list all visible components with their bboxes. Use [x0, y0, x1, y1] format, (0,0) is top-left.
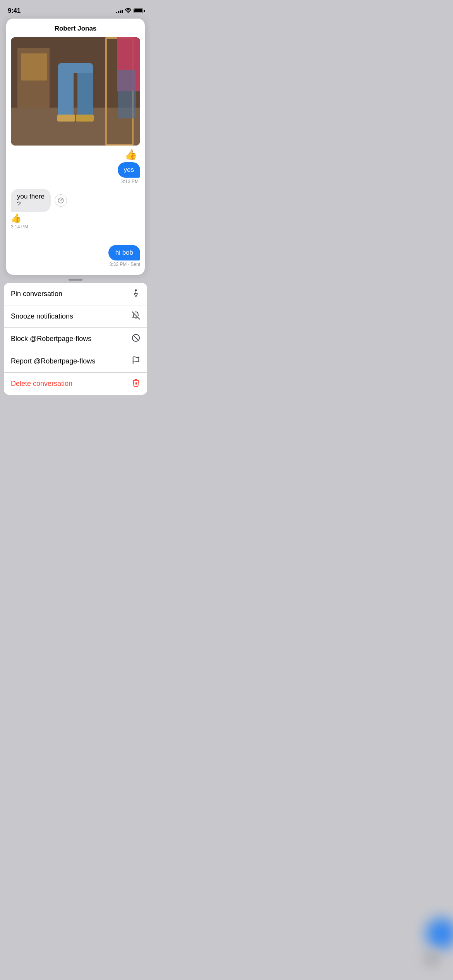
contact-name: Robert Jonas: [55, 25, 97, 32]
chat-header: Robert Jonas: [6, 19, 145, 37]
add-reaction-button[interactable]: [55, 194, 67, 207]
signal-icon: [116, 9, 123, 13]
delete-icon: [132, 379, 140, 389]
report-icon: [132, 356, 140, 367]
bubble-hibob[interactable]: hi bob: [108, 245, 140, 260]
wifi-icon: [125, 8, 131, 14]
message-received-youthere: you there ? 👍 3:14 PM: [11, 189, 140, 230]
status-icons: [116, 8, 143, 14]
menu-label-block: Block @Robertpage-flows: [11, 335, 91, 343]
menu-item-report[interactable]: Report @Robertpage-flows: [4, 350, 147, 373]
message-sent-hibob: hi bob 3:32 PM · Sent: [11, 245, 140, 267]
battery-icon: [134, 9, 143, 13]
drag-handle-area[interactable]: [4, 275, 147, 281]
image-message[interactable]: [11, 37, 140, 146]
snooze-icon: [132, 311, 140, 322]
chat-card: Robert Jonas: [6, 19, 145, 275]
svg-line-3: [132, 312, 140, 319]
menu-label-snooze: Snooze notifications: [11, 312, 73, 320]
menu-item-pin[interactable]: Pin conversation: [4, 283, 147, 305]
sent-image-reaction: 👍: [11, 149, 140, 161]
chat-image: [11, 37, 140, 146]
drag-handle[interactable]: [69, 279, 82, 281]
bubble-youthere[interactable]: you there ?: [11, 189, 51, 212]
pin-icon: [132, 289, 140, 299]
menu-item-delete[interactable]: Delete conversation: [4, 373, 147, 395]
received-youthere-reaction: 👍: [11, 213, 21, 223]
context-menu: Pin conversation Snooze notifications: [4, 283, 147, 395]
status-bar: 9:41: [0, 0, 151, 19]
menu-label-pin: Pin conversation: [11, 290, 62, 298]
menu-label-report: Report @Robertpage-flows: [11, 357, 95, 365]
menu-item-block[interactable]: Block @Robertpage-flows: [4, 328, 147, 350]
svg-line-5: [134, 336, 139, 341]
menu-label-delete: Delete conversation: [11, 380, 72, 388]
chat-body: 👍 yes 3:13 PM you there ?: [6, 37, 145, 275]
bubble-yes[interactable]: yes: [118, 162, 140, 178]
received-youthere-time: 3:14 PM: [11, 224, 28, 230]
status-time: 9:41: [8, 7, 21, 15]
sent-hibob-time: 3:32 PM · Sent: [110, 262, 140, 267]
menu-item-snooze[interactable]: Snooze notifications: [4, 305, 147, 328]
sent-yes-time: 3:13 PM: [121, 179, 140, 184]
message-sent-yes: yes 3:13 PM: [11, 162, 140, 184]
block-icon: [132, 334, 140, 344]
context-menu-sheet: Pin conversation Snooze notifications: [4, 275, 147, 395]
